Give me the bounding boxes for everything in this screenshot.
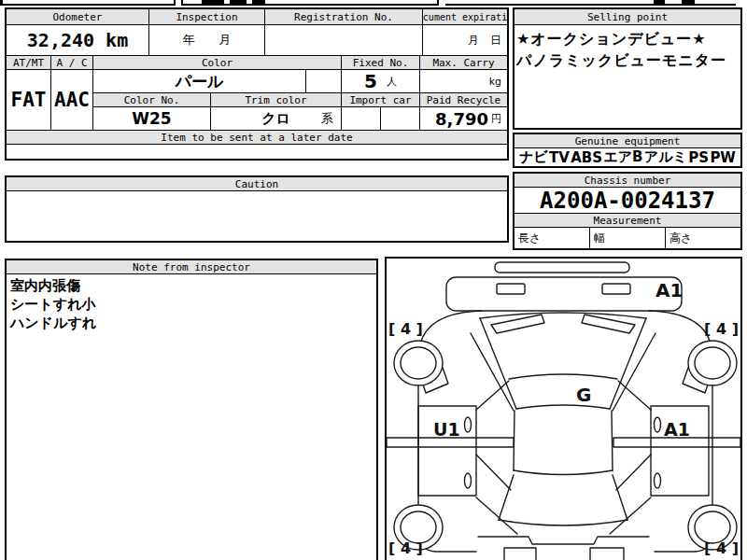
- inspector-note-content: 室内内張傷 シートすれ小 ハンドルすれ: [7, 274, 376, 560]
- paid-recycle-value: 8,790 円: [420, 107, 507, 130]
- max-carry-unit: kg: [489, 76, 501, 88]
- a-pillar-right: [613, 333, 655, 411]
- equipment-header: Genuine equipment: [514, 134, 740, 147]
- equipment-items: ナビ TV ABS エアB アルミ PS PW: [514, 148, 740, 166]
- auction-sheet: { "colors": {"header_bg": "#e3e3e3", "bo…: [0, 0, 747, 560]
- trunk-detail-right: [590, 548, 624, 560]
- odometer-value: 32,240 km: [7, 25, 149, 55]
- fixed-no-number: 5: [364, 70, 377, 92]
- cropped-title-remnant5: [682, 0, 695, 4]
- measurement-length: 長さ: [514, 228, 590, 248]
- chassis-header: Chassis number: [514, 174, 740, 187]
- doc-expiration-header: Document expiration: [423, 9, 507, 24]
- trim-color-header: Trim color: [211, 93, 342, 106]
- selling-point-line: ★オークションデビュー★: [516, 28, 739, 49]
- max-carry-value: kg: [420, 70, 507, 92]
- door-handle: [655, 473, 661, 488]
- wheel-front-left-inner: [401, 347, 436, 379]
- windshield-left-edge: [480, 318, 516, 409]
- hood-vent-left: [497, 284, 525, 294]
- doc-expiration-value: 月 日: [423, 25, 507, 55]
- car-top-view-diagram: A1 G U1 A1 [ 4 ] [ 4 ] [ 4 ] [ 4 ]: [387, 259, 740, 560]
- wiper-left: [491, 315, 544, 333]
- door-handle: [465, 473, 472, 488]
- later-date-item-value: [7, 145, 507, 159]
- tire-depth-front-left: [ 4 ]: [388, 320, 423, 338]
- registration-header: Registration No.: [265, 9, 423, 24]
- damage-diagram-box: A1 G U1 A1 [ 4 ] [ 4 ] [ 4 ] [ 4 ]: [385, 257, 742, 560]
- trim-color-value: クロ 系: [211, 107, 342, 130]
- inspector-note-box: Note from inspector 室内内張傷 シートすれ小 ハンドルすれ: [5, 259, 378, 560]
- equipment-item: TV: [549, 149, 570, 166]
- registration-value: [265, 25, 423, 55]
- equipment-item: アルミ: [644, 148, 687, 166]
- trunk-edge: [478, 537, 649, 544]
- trim-color-name: クロ: [261, 110, 290, 128]
- inspection-value: 年 月: [149, 25, 265, 55]
- color-header: Color: [93, 56, 342, 69]
- fixed-no-unit: 人: [387, 75, 397, 89]
- import-car-header: Import car: [342, 93, 420, 106]
- spec-table: Odometer Inspection Registration No. Doc…: [5, 7, 509, 161]
- fixed-no-value: 5 人: [342, 70, 420, 92]
- paid-recycle-unit: 円: [491, 112, 501, 126]
- atmt-header: AT/MT: [7, 56, 51, 69]
- wiper-right: [582, 315, 635, 333]
- trim-color-suffix: 系: [321, 110, 333, 127]
- pillar-line: [476, 497, 517, 534]
- atmt-value: FAT: [7, 70, 51, 130]
- wheel-front-right-inner: [695, 347, 730, 379]
- windshield-bottom-edge: [516, 405, 610, 409]
- tire-depth-rear-right: [ 4 ]: [704, 539, 739, 557]
- max-carry-header: Max. Carry: [420, 56, 507, 69]
- note-line: ハンドルすれ: [10, 314, 373, 332]
- door-handle: [465, 417, 472, 432]
- hood-vent-right: [602, 284, 630, 294]
- wheel-rear-right-inner: [695, 511, 730, 543]
- measurement-header: Measurement: [514, 214, 740, 227]
- damage-label-left-door: U1: [433, 419, 460, 440]
- pillar-line: [618, 381, 651, 410]
- equipment-item: ABS: [571, 149, 602, 166]
- import-car-cell-1: [342, 107, 381, 130]
- windshield-mid-curve: [509, 374, 617, 379]
- pillar-line: [476, 455, 511, 490]
- fixed-no-header: Fixed No.: [342, 56, 420, 69]
- inspector-note-header: Note from inspector: [7, 260, 376, 273]
- equipment-box: Genuine equipment ナビ TV ABS エアB アルミ PS P…: [513, 133, 742, 168]
- ac-value: AAC: [51, 70, 93, 130]
- color-no-value: W25: [93, 107, 211, 130]
- inspection-header: Inspection: [149, 9, 265, 24]
- equipment-item: エアB: [603, 148, 642, 166]
- roof-rear-edge: [514, 470, 613, 475]
- pillar-line: [610, 497, 651, 534]
- windshield-right-edge: [610, 318, 646, 409]
- cropped-title-remnant4: [654, 0, 665, 4]
- tire-depth-front-right: [ 4 ]: [704, 320, 739, 338]
- later-date-item-header: Item to be sent at a later date: [7, 131, 507, 144]
- note-line: 室内内張傷: [10, 276, 373, 295]
- chassis-box: Chassis number A200A-0024137 Measurement…: [513, 172, 742, 250]
- door-handle: [655, 417, 661, 432]
- paid-recycle-amount: 8,790: [435, 109, 488, 129]
- front-bumper: [495, 262, 629, 273]
- trunk-detail-left: [504, 548, 536, 560]
- chassis-value: A200A-0024137: [514, 188, 740, 213]
- equipment-item: PW: [710, 149, 736, 166]
- caution-header: Caution: [7, 177, 507, 190]
- equipment-item: ナビ: [519, 148, 548, 166]
- import-car-cell-2: [381, 107, 420, 130]
- roof-right-edge: [612, 411, 613, 470]
- rear-window-right-edge: [613, 475, 627, 520]
- pillar-line: [476, 381, 509, 410]
- caution-content: [7, 191, 507, 241]
- rear-window-bottom-edge: [499, 520, 627, 525]
- measurement-height: 高さ: [666, 228, 740, 248]
- hood-panel: [446, 277, 682, 311]
- cropped-border-stub3: [437, 0, 439, 6]
- pillar-line: [616, 455, 651, 490]
- cropped-border-stub1: [174, 0, 176, 6]
- damage-label-glass: G: [576, 384, 591, 406]
- selling-point-line: パノラミックビューモニター: [516, 49, 739, 71]
- color-extra-cell: [306, 70, 342, 92]
